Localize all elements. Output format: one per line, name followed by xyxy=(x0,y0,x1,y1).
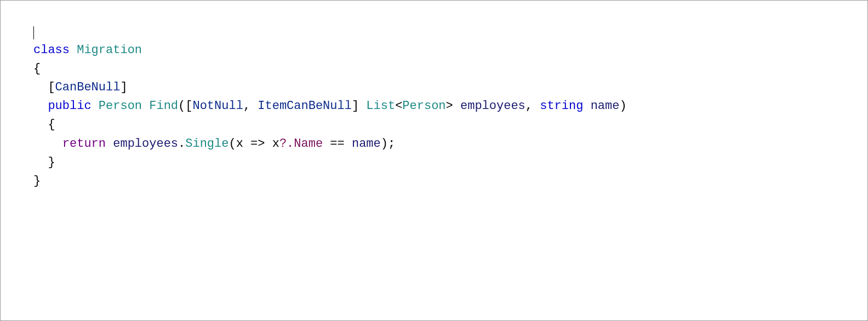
code-token: return xyxy=(62,137,106,151)
code-token: name xyxy=(591,99,620,113)
code-token: } xyxy=(48,156,55,169)
code-token: . xyxy=(178,137,185,151)
code-line[interactable]: class Migration xyxy=(33,41,867,60)
code-line[interactable]: } xyxy=(33,172,867,191)
code-token: Person xyxy=(402,99,446,113)
code-token: ); xyxy=(381,137,395,151)
indent xyxy=(33,99,48,113)
code-token: [ xyxy=(48,81,55,94)
code-token xyxy=(583,99,590,113)
code-token: CanBeNull xyxy=(55,81,121,94)
code-token: ) xyxy=(619,99,626,113)
code-line[interactable]: return employees.Single(x => x?.Name == … xyxy=(33,135,867,153)
code-token xyxy=(142,99,149,113)
code-token: ( xyxy=(229,137,236,151)
code-token: == xyxy=(323,137,352,151)
code-block[interactable]: class Migration{ [CanBeNull] public Pers… xyxy=(33,22,867,191)
code-token xyxy=(70,43,77,57)
code-editor-frame: class Migration{ [CanBeNull] public Pers… xyxy=(0,0,868,321)
code-token: ?.Name xyxy=(279,137,323,151)
code-token: name xyxy=(352,137,381,151)
indent xyxy=(33,118,48,131)
code-line[interactable]: public Person Find([NotNull, ItemCanBeNu… xyxy=(33,97,867,116)
code-token: x xyxy=(272,137,279,151)
code-token: NotNull xyxy=(192,99,243,113)
code-token: ItemCanBeNull xyxy=(258,99,352,113)
indent xyxy=(33,81,48,94)
code-token: ] xyxy=(352,99,366,113)
code-token: class xyxy=(33,43,70,57)
code-token: List xyxy=(366,99,395,113)
indent xyxy=(33,156,48,169)
code-token: ([ xyxy=(178,99,192,113)
code-token: ] xyxy=(120,81,127,94)
code-token: employees xyxy=(460,99,526,113)
code-token: Person xyxy=(99,99,142,113)
code-token: string xyxy=(540,99,583,113)
code-line[interactable]: } xyxy=(33,153,867,172)
code-token: x xyxy=(236,137,243,151)
code-token: public xyxy=(48,99,91,113)
code-token xyxy=(92,99,99,113)
code-token: Single xyxy=(185,137,229,151)
code-line[interactable]: { xyxy=(33,60,867,78)
indent xyxy=(33,137,62,151)
code-token: Find xyxy=(149,99,178,113)
code-token: } xyxy=(33,174,41,188)
code-token xyxy=(106,137,113,151)
code-token: , xyxy=(243,99,258,113)
code-token: => xyxy=(243,137,272,151)
code-line[interactable]: [CanBeNull] xyxy=(33,78,867,97)
code-token: , xyxy=(526,99,540,113)
code-line[interactable]: { xyxy=(33,116,867,134)
text-cursor xyxy=(33,26,34,39)
code-token: { xyxy=(33,62,41,76)
code-token: Migration xyxy=(77,43,142,57)
code-line[interactable] xyxy=(33,22,867,41)
code-token: > xyxy=(446,99,460,113)
code-token: { xyxy=(48,118,55,131)
code-token: employees xyxy=(113,137,178,151)
code-token: < xyxy=(395,99,402,113)
